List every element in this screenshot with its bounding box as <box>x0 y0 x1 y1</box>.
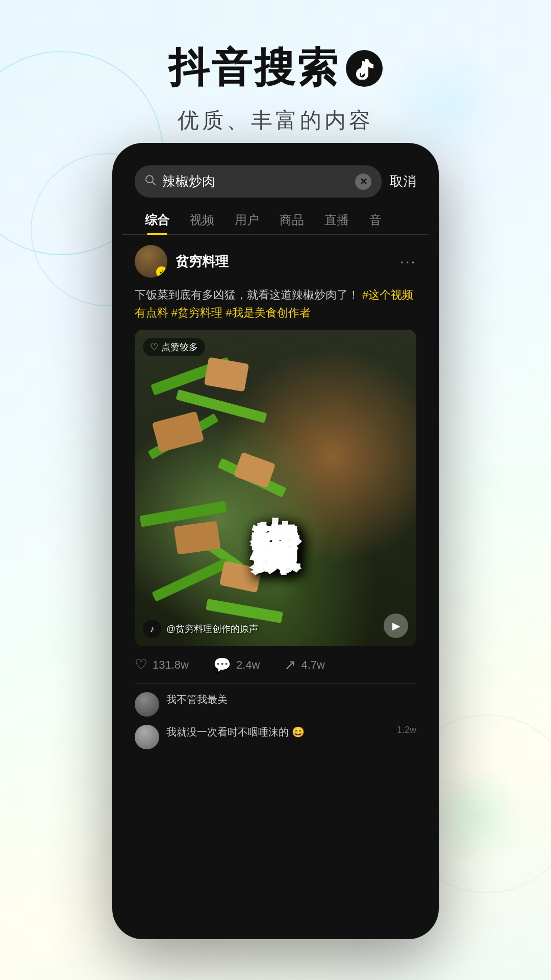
stats-row: ♡ 131.8w 💬 2.4w ↗ 4.7w <box>135 656 416 684</box>
comments-count: 2.4w <box>236 658 260 672</box>
likes-stat: ♡ 131.8w <box>135 656 189 673</box>
comments-stat: 💬 2.4w <box>213 656 260 673</box>
tiktok-logo-icon <box>346 50 383 87</box>
tab-live[interactable]: 直播 <box>314 206 359 234</box>
result-description: 下饭菜到底有多凶猛，就看这道辣椒炒肉了！ #这个视频有点料 #贫穷料理 #我是美… <box>135 286 416 322</box>
search-results: ✓ 贫穷料理 ··· 下饭菜到底有多凶猛，就看这道辣椒炒肉了！ #这个视频有点料… <box>122 235 429 760</box>
likes-badge: ♡ 点赞较多 <box>143 338 205 356</box>
title-row: 抖音搜索 <box>0 41 551 96</box>
comment-stat-icon: 💬 <box>213 656 231 673</box>
emoji-smile: 😄 <box>292 726 305 738</box>
comment-content-1: 我不管我最美 <box>166 692 416 706</box>
sound-text: @贫穷料理创作的原声 <box>166 623 258 635</box>
search-clear-button[interactable]: ✕ <box>355 174 371 190</box>
username-label: 贫穷料理 <box>176 253 229 271</box>
tab-comprehensive[interactable]: 综合 <box>135 206 180 234</box>
commenter-avatar-2 <box>135 725 159 749</box>
shares-count: 4.7w <box>301 658 324 672</box>
video-text-overlay: 勇猛辣椒炒肉 <box>135 330 416 646</box>
tab-user[interactable]: 用户 <box>224 206 269 234</box>
page-subtitle: 优质、丰富的内容 <box>0 106 551 135</box>
sound-bar: ♪ @贫穷料理创作的原声 <box>143 620 258 638</box>
shares-stat: ↗ 4.7w <box>284 656 324 673</box>
page-header: 抖音搜索 优质、丰富的内容 <box>0 0 551 135</box>
comment-text-2: 我就没一次看时不咽唾沫的 😄 <box>166 726 305 738</box>
comment-content-2: 我就没一次看时不咽唾沫的 😄 <box>166 725 390 739</box>
likes-badge-text: 点赞较多 <box>161 341 198 353</box>
share-stat-icon: ↗ <box>284 656 296 673</box>
comment-item-2: 我就没一次看时不咽唾沫的 😄 1.2w <box>135 725 416 749</box>
verified-badge-icon: ✓ <box>156 266 167 278</box>
bg-decoration-blob-1 <box>423 766 525 868</box>
comment-text-1: 我不管我最美 <box>166 694 228 705</box>
search-bar: 辣椒炒肉 ✕ 取消 <box>122 153 429 198</box>
phone-screen: 辣椒炒肉 ✕ 取消 综合 视频 用户 商品 <box>122 153 429 929</box>
tab-video[interactable]: 视频 <box>180 206 224 234</box>
commenter-avatar-1 <box>135 692 159 717</box>
video-thumbnail[interactable]: 勇猛辣椒炒肉 ♡ 点赞较多 ♪ @贫穷料理创作的原声 <box>135 330 416 646</box>
svg-line-1 <box>152 182 155 185</box>
search-input-wrap[interactable]: 辣椒炒肉 ✕ <box>135 165 382 198</box>
search-cancel-button[interactable]: 取消 <box>390 173 416 190</box>
sound-icon: ♪ <box>143 620 161 638</box>
more-options-button[interactable]: ··· <box>399 252 416 271</box>
phone-mockup: 辣椒炒肉 ✕ 取消 综合 视频 用户 商品 <box>112 143 439 939</box>
user-info: ✓ 贫穷料理 <box>135 245 229 278</box>
result-user-row: ✓ 贫穷料理 ··· <box>135 245 416 278</box>
comment-item-1: 我不管我最美 <box>135 692 416 717</box>
heart-stat-icon: ♡ <box>135 656 147 673</box>
search-tabs: 综合 视频 用户 商品 直播 音 <box>122 198 429 235</box>
tab-product[interactable]: 商品 <box>269 206 314 234</box>
search-icon <box>145 175 156 189</box>
comment-likes-2: 1.2w <box>397 725 416 736</box>
heart-icon: ♡ <box>150 341 158 353</box>
search-query-text: 辣椒炒肉 <box>162 173 349 190</box>
page-title: 抖音搜索 <box>168 41 340 96</box>
phone-frame: 辣椒炒肉 ✕ 取消 综合 视频 用户 商品 <box>112 143 439 939</box>
avatar: ✓ <box>135 245 167 278</box>
tab-audio[interactable]: 音 <box>359 206 392 234</box>
big-text-container: 勇猛辣椒炒肉 <box>135 330 416 646</box>
likes-count: 131.8w <box>153 658 189 672</box>
